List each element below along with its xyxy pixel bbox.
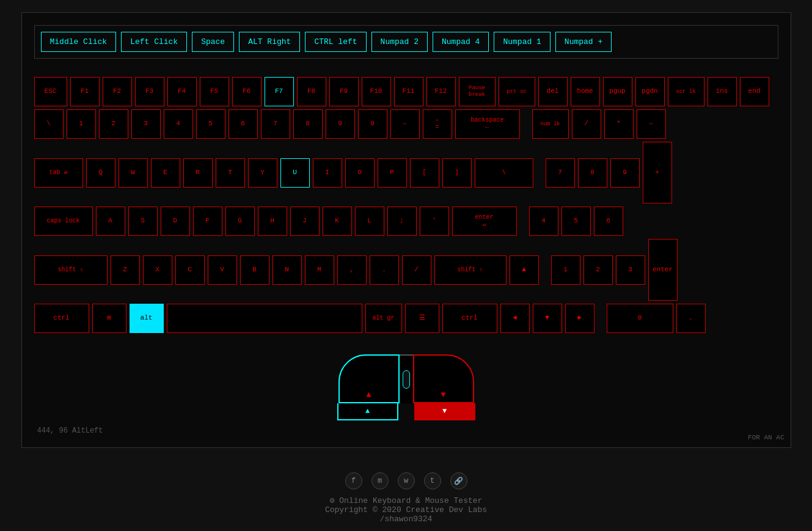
mouse-middle-button[interactable] [400,354,413,403]
key-numpad4[interactable]: 4 [529,207,558,236]
key-space[interactable] [167,304,362,333]
key-f10[interactable]: F10 [362,77,391,106]
key-minus[interactable]: – [390,109,420,139]
key-0[interactable]: 0 [358,109,387,139]
recent-key-ctrl-left[interactable]: CTRL left [305,32,366,52]
key-shift-right[interactable]: shift ⇧ [434,255,507,285]
key-2[interactable]: 2 [99,109,128,139]
key-j[interactable]: J [290,207,320,236]
key-lbracket[interactable]: [ [410,158,439,188]
recent-key-left-click[interactable]: Left Click [121,32,187,52]
key-3[interactable]: 3 [131,109,161,139]
key-5[interactable]: 5 [196,109,225,139]
key-f11[interactable]: F11 [394,77,423,106]
key-pgup[interactable]: pgup [603,77,632,106]
key-k[interactable]: K [323,207,352,236]
key-n[interactable]: N [272,255,302,285]
key-apostrophe[interactable]: ' [420,207,449,236]
key-6[interactable]: 6 [229,109,258,139]
key-d[interactable]: D [161,207,190,236]
key-numpad-plus[interactable]: + [643,142,672,203]
key-pgdn[interactable]: pgdn [635,77,665,106]
key-capslock[interactable]: caps lock [34,207,93,236]
key-numpad-slash[interactable]: / [572,109,601,139]
key-e[interactable]: E [151,158,180,188]
key-numpad5[interactable]: 5 [561,207,591,236]
key-8[interactable]: 8 [293,109,323,139]
key-v[interactable]: V [208,255,237,285]
key-z[interactable]: Z [111,255,140,285]
recent-key-numpad4[interactable]: Numpad 4 [433,32,489,52]
recent-key-space[interactable]: Space [192,32,234,52]
key-enter[interactable]: enter↵ [452,207,517,236]
key-arrow-right[interactable]: ► [565,304,594,333]
key-t[interactable]: T [216,158,245,188]
key-arrow-up[interactable]: ▲ [510,255,539,285]
key-ins[interactable]: ins [708,77,737,106]
key-w[interactable]: W [119,158,148,188]
key-g[interactable]: G [225,207,255,236]
key-backslash[interactable]: \ [475,158,533,188]
key-f12[interactable]: F12 [426,77,456,106]
key-f9[interactable]: F9 [329,77,359,106]
key-h[interactable]: H [258,207,287,236]
key-f8[interactable]: F8 [297,77,326,106]
mouse-left-button[interactable]: ▲ [338,354,400,403]
key-ctrl-right[interactable]: ctrl [442,304,497,333]
key-f2[interactable]: F2 [103,77,132,106]
key-alt-gr[interactable]: alt gr [365,304,402,333]
key-f[interactable]: F [193,207,222,236]
key-s[interactable]: S [128,207,158,236]
key-q[interactable]: Q [86,158,115,188]
key-rbracket[interactable]: ] [442,158,472,188]
key-numpad1[interactable]: 1 [551,255,580,285]
key-a[interactable]: A [96,207,125,236]
key-comma[interactable]: , [337,255,367,285]
key-f5[interactable]: F5 [200,77,229,106]
key-numpad-minus[interactable]: – [637,109,666,139]
key-semicolon[interactable]: ; [387,207,417,236]
key-x[interactable]: X [143,255,172,285]
key-9[interactable]: 9 [326,109,355,139]
key-1[interactable]: 1 [67,109,96,139]
key-r[interactable]: R [183,158,213,188]
key-y[interactable]: Y [248,158,277,188]
key-del[interactable]: del [538,77,568,106]
key-shift-left[interactable]: shift ⇧ [34,255,108,285]
key-tab[interactable]: tab ⇄ [34,158,83,188]
key-l[interactable]: L [355,207,384,236]
key-slash[interactable]: / [402,255,431,285]
key-numpad3[interactable]: 3 [616,255,645,285]
key-numpad7[interactable]: 7 [546,158,575,188]
key-menu[interactable]: ☰ [405,304,439,333]
recent-key-numpad-plus[interactable]: Numpad + [555,32,612,52]
key-period[interactable]: . [370,255,399,285]
footer-facebook-icon[interactable]: f [345,472,362,489]
key-u[interactable]: U [280,158,310,188]
key-numpad-dot[interactable]: . [676,304,706,333]
recent-key-middle-click[interactable]: Middle Click [41,32,117,52]
footer-whatsapp-icon[interactable]: w [398,472,415,489]
footer-messenger-icon[interactable]: m [371,472,389,489]
key-p[interactable]: P [378,158,407,188]
key-esc[interactable]: ESC [34,77,67,106]
key-arrow-left[interactable]: ◄ [500,304,530,333]
key-4[interactable]: 4 [164,109,193,139]
key-o[interactable]: O [345,158,375,188]
key-f1[interactable]: F1 [70,77,100,106]
key-b[interactable]: B [240,255,269,285]
key-7[interactable]: 7 [261,109,290,139]
key-numpad-enter[interactable]: enter [648,239,678,301]
key-numpad8[interactable]: 8 [578,158,607,188]
key-scrlk[interactable]: scr lk [668,77,704,106]
footer-telegram-icon[interactable]: t [424,472,441,489]
key-alt-left[interactable]: alt [130,304,164,333]
key-equals[interactable]: –= [423,109,452,139]
key-backspace[interactable]: backspace← [455,109,520,139]
key-f6[interactable]: F6 [232,77,262,106]
key-numlk[interactable]: num lk [532,109,569,139]
key-pause[interactable]: Pausebreak [459,77,496,106]
key-numpad2[interactable]: 2 [583,255,613,285]
key-end[interactable]: end [740,77,769,106]
key-f3[interactable]: F3 [135,77,164,106]
